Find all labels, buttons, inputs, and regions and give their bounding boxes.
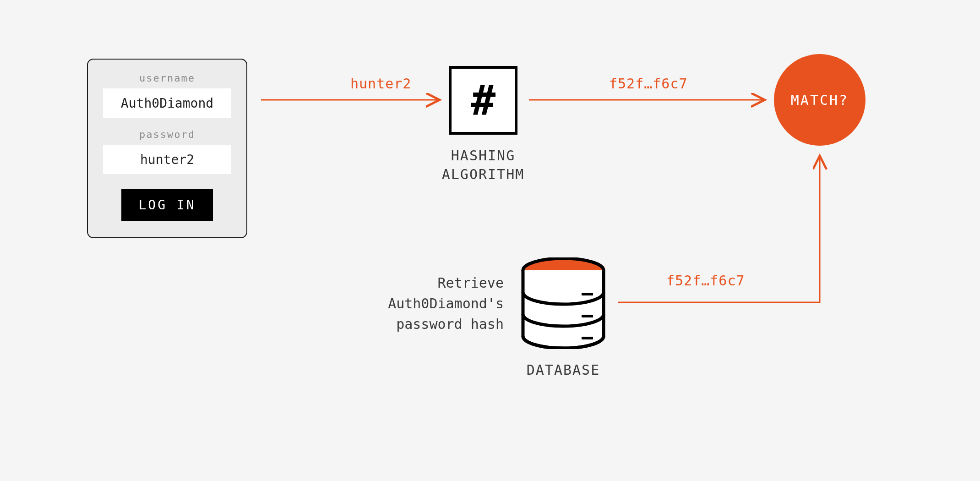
hash-icon: #	[471, 77, 495, 125]
arrow-label-db-hash: f52f…f6c7	[666, 273, 745, 289]
database-icon	[520, 257, 607, 349]
login-button[interactable]: LOG IN	[121, 189, 213, 221]
password-field[interactable]	[103, 145, 231, 174]
arrow-label-password: hunter2	[350, 76, 411, 92]
match-node: MATCH?	[774, 54, 866, 146]
login-form: username password LOG IN	[87, 59, 247, 238]
arrow-label-hash-output: f52f…f6c7	[609, 76, 688, 92]
password-label: password	[139, 129, 195, 140]
hashing-algorithm-label: HASHINGALGORITHM	[440, 147, 527, 184]
database-retrieve-text: Retrieve Auth0Diamond's password hash	[357, 273, 504, 334]
username-field[interactable]	[103, 88, 231, 118]
match-label: MATCH?	[791, 92, 849, 108]
username-label: username	[139, 72, 195, 84]
database-label: DATABASE	[501, 362, 625, 378]
hashing-algorithm-box: #	[449, 66, 517, 135]
